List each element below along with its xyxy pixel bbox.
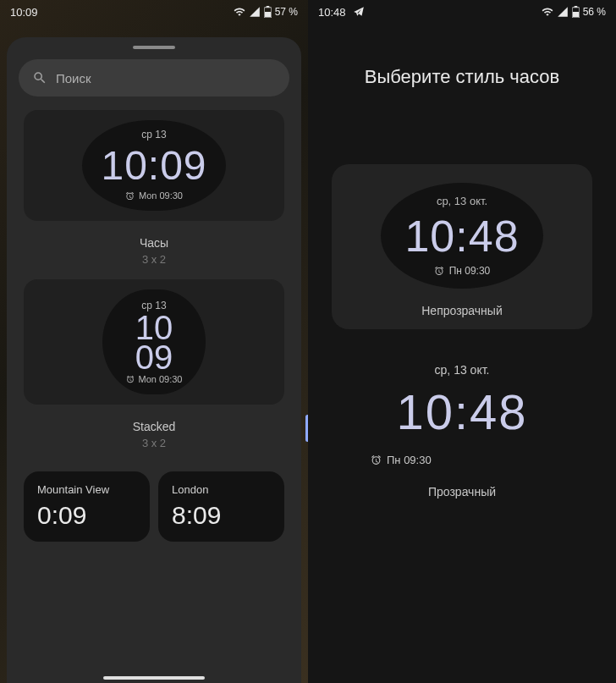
alarm-icon — [125, 191, 135, 201]
preview-date: ср, 13 окт. — [347, 363, 577, 377]
svg-rect-2 — [265, 12, 271, 17]
widget-item-clock[interactable]: ср 13 10:09 Mon 09:30 Часы 3 x 2 — [19, 103, 289, 273]
phone-right: 10:48 56 % Выберите стиль часов ср, 13 о… — [308, 0, 616, 683]
preview-alarm-text: Пн 09:30 — [449, 265, 491, 277]
status-bar: 10:09 57 % — [0, 0, 308, 24]
drag-handle[interactable] — [133, 46, 175, 49]
page-title: Выберите стиль часов — [308, 66, 616, 88]
status-time: 10:48 — [318, 6, 346, 19]
preview-time: 10:48 — [404, 211, 519, 262]
preview-date: ср, 13 окт. — [404, 195, 519, 207]
worldclock-card: Mountain View 0:09 — [24, 471, 150, 542]
status-battery-text: 57 % — [275, 6, 298, 18]
alarm-icon — [434, 266, 444, 276]
worldclock-time: 8:09 — [172, 501, 271, 530]
preview-date: ср 13 — [101, 129, 206, 140]
battery-icon — [572, 6, 580, 18]
phone-left: 10:09 57 % Поиск — [0, 0, 308, 683]
opaque-preview-bubble: ср, 13 окт. 10:48 Пн 09:30 — [381, 183, 542, 289]
widget-picker-sheet: Поиск ср 13 10:09 Mon 09:30 — [7, 37, 301, 683]
preview-alarm-text: Пн 09:30 — [387, 454, 432, 466]
preview-time-mm: 09 — [126, 343, 183, 372]
style-label: Непрозрачный — [347, 304, 577, 317]
search-placeholder: Поиск — [56, 71, 91, 85]
worldclock-time: 0:09 — [37, 501, 136, 530]
gesture-pill[interactable] — [103, 676, 205, 680]
search-icon — [32, 70, 47, 85]
preview-time: 10:09 — [101, 142, 206, 189]
alarm-icon — [371, 454, 382, 465]
battery-icon — [264, 6, 272, 18]
wifi-icon — [542, 6, 553, 18]
worldclock-city: Mountain View — [37, 483, 136, 496]
preview-alarm-text: Mon 09:30 — [139, 374, 183, 384]
status-time: 10:09 — [10, 6, 38, 19]
worldclock-card: London 8:09 — [158, 471, 284, 542]
preview-alarm-text: Mon 09:30 — [139, 190, 183, 201]
clock-widget-stacked-preview: ср 13 10 09 Mon 09:30 — [102, 289, 206, 394]
widget-title: Часы — [24, 236, 284, 250]
widget-size: 3 x 2 — [24, 253, 284, 266]
style-label: Прозрачный — [347, 485, 577, 498]
widget-item-worldclock[interactable]: Mountain View 0:09 London 8:09 — [19, 456, 289, 548]
widget-list[interactable]: ср 13 10:09 Mon 09:30 Часы 3 x 2 — [19, 103, 289, 681]
signal-icon — [249, 6, 261, 18]
widget-item-stacked[interactable]: ср 13 10 09 Mon 09:30 Stacked 3 x 2 — [19, 273, 289, 456]
widget-title: Stacked — [24, 420, 284, 433]
alarm-icon — [126, 375, 135, 383]
wifi-icon — [234, 6, 245, 18]
preview-time: 10:48 — [347, 383, 577, 440]
clock-widget-preview: ср 13 10:09 Mon 09:30 — [82, 120, 225, 211]
svg-rect-5 — [573, 12, 579, 17]
signal-icon — [557, 6, 569, 18]
clock-style-opaque[interactable]: ср, 13 окт. 10:48 Пн 09:30 Непрозрачный — [332, 164, 592, 329]
telegram-icon — [353, 6, 365, 18]
status-bar: 10:48 56 % — [308, 0, 616, 24]
widget-size: 3 x 2 — [24, 437, 284, 449]
status-battery-text: 56 % — [583, 6, 606, 18]
worldclock-city: London — [172, 483, 271, 496]
search-input[interactable]: Поиск — [19, 59, 289, 96]
clock-style-transparent[interactable]: ср, 13 окт. 10:48 Пн 09:30 Прозрачный — [332, 346, 592, 515]
